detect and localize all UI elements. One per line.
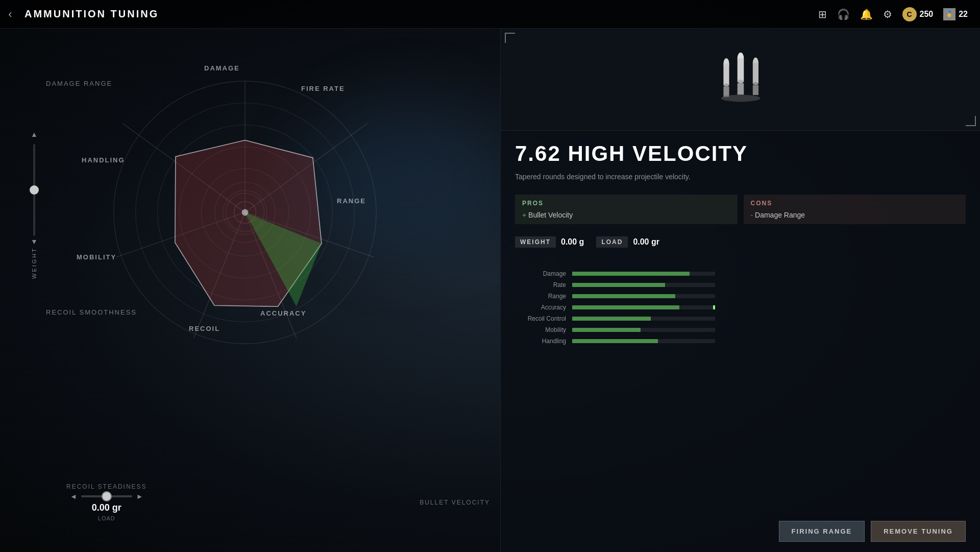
stat-name-1: Rate <box>515 281 566 289</box>
stat-name-5: Mobility <box>515 326 566 333</box>
load-item: LOAD 0.00 gr <box>596 236 659 248</box>
stat-row: Handling <box>515 338 966 345</box>
ammo-info: 7.62 HIGH VELOCITY Tapered rounds design… <box>501 131 980 270</box>
stat-bar-bg-2 <box>572 294 715 298</box>
recoil-label: RECOIL <box>189 325 220 332</box>
weight-item: WEIGHT 0.00 g <box>515 236 584 248</box>
weight-label: WEIGHT <box>515 236 556 248</box>
tuning-value: 0.00 gr <box>92 502 121 513</box>
left-arrow-icon[interactable]: ◄ <box>70 492 77 500</box>
pros-header: PROS <box>522 200 730 207</box>
stat-name-0: Damage <box>515 270 566 277</box>
stat-name-2: Range <box>515 293 566 300</box>
tuning-sublabel: LOAD <box>98 515 115 521</box>
currency-icon: C <box>902 7 917 21</box>
svg-rect-24 <box>737 58 744 82</box>
svg-point-21 <box>723 83 729 86</box>
svg-point-29 <box>752 82 758 85</box>
handling-label: HANDLING <box>82 156 125 164</box>
slider-thumb <box>30 185 39 195</box>
weight-slider[interactable]: ▲ ▼ WEIGHT <box>31 131 38 284</box>
svg-rect-20 <box>723 63 729 85</box>
weight-vertical-label: WEIGHT <box>31 247 37 279</box>
svg-point-25 <box>737 80 744 83</box>
ammo-desc: Tapered rounds designed to increase proj… <box>515 172 966 182</box>
remove-tuning-button[interactable]: REMOVE TUNING <box>871 521 966 542</box>
pros-box: PROS Bullet Velocity <box>515 195 738 224</box>
currency2-icon: 🏅 <box>943 8 955 20</box>
stat-bar-bg-1 <box>572 283 715 287</box>
h-slider-track <box>81 495 132 497</box>
stat-bar-bg-3 <box>572 305 715 309</box>
accuracy-label: ACCURACY <box>260 309 306 317</box>
recoil-steadiness-tuning: RECOIL STEADINESS ◄ ► 0.00 gr LOAD <box>66 483 147 521</box>
ammo-name: 7.62 HIGH VELOCITY <box>515 143 966 164</box>
stat-row: Recoil Control <box>515 315 966 322</box>
stat-name-3: Accuracy <box>515 304 566 311</box>
stat-name-4: Recoil Control <box>515 315 566 322</box>
currency-amount: 250 <box>920 10 934 19</box>
currency2-amount: 22 <box>959 10 968 19</box>
back-button[interactable]: ‹ <box>0 0 20 29</box>
topbar: ‹ AMMUNITION TUNING ⊞ 🎧 🔔 ⚙ C 250 🏅 22 <box>0 0 980 29</box>
cons-box: CONS Damage Range <box>744 195 966 224</box>
radar-svg <box>66 59 424 366</box>
page-title: AMMUNITION TUNING <box>24 8 159 20</box>
stat-bar-bg-5 <box>572 328 715 332</box>
ammo-image-area <box>501 29 980 131</box>
stat-row: Rate <box>515 281 966 289</box>
up-arrow-icon[interactable]: ▲ <box>31 131 38 138</box>
settings-icon[interactable]: ⚙ <box>883 8 892 20</box>
svg-point-31 <box>721 94 760 102</box>
firing-range-button[interactable]: FIRING RANGE <box>779 521 865 542</box>
corner-tl <box>505 33 515 43</box>
bullets-svg <box>705 51 776 108</box>
stat-bar-fill-1 <box>572 283 665 287</box>
slider-up-arrow[interactable]: ▲ <box>31 131 38 138</box>
down-arrow-icon[interactable]: ▼ <box>31 238 38 245</box>
recoil-slider[interactable]: ◄ ► <box>70 492 143 500</box>
right-arrow-icon[interactable]: ► <box>136 492 143 500</box>
stat-bar-fill-0 <box>572 272 690 276</box>
stat-bar-fill-5 <box>572 328 641 332</box>
stat-bar-bg-4 <box>572 317 715 321</box>
fire-rate-label: FIRE RATE <box>301 85 345 92</box>
weight-load-row: WEIGHT 0.00 g LOAD 0.00 gr <box>515 236 966 248</box>
bottom-buttons: FIRING RANGE REMOVE TUNING <box>779 521 966 542</box>
stat-row: Damage <box>515 270 966 277</box>
svg-point-15 <box>242 209 249 216</box>
main-content: DAMAGE RANGE RECOIL SMOOTHNESS ▲ ▼ WEIGH… <box>0 29 980 552</box>
cons-header: CONS <box>751 200 959 207</box>
svg-rect-26 <box>737 83 744 94</box>
recoil-steadiness-label: RECOIL STEADINESS <box>66 483 147 490</box>
mobility-label: MOBILITY <box>77 253 116 261</box>
stat-row: Accuracy <box>515 304 966 311</box>
cons-item-0: Damage Range <box>751 211 959 219</box>
pros-cons: PROS Bullet Velocity CONS Damage Range <box>515 195 966 224</box>
headset-icon[interactable]: 🎧 <box>837 8 850 20</box>
stats-section: Damage Rate Range Accuracy Recoil Contro… <box>501 270 980 345</box>
bell-icon[interactable]: 🔔 <box>860 8 873 20</box>
left-panel: DAMAGE RANGE RECOIL SMOOTHNESS ▲ ▼ WEIGH… <box>0 29 500 552</box>
damage-label: DAMAGE <box>204 64 240 72</box>
h-slider-thumb <box>102 491 112 501</box>
stat-row: Mobility <box>515 326 966 333</box>
stat-bar-fill-2 <box>572 294 675 298</box>
right-panel: 7.62 HIGH VELOCITY Tapered rounds design… <box>500 29 980 552</box>
corner-br <box>966 116 976 126</box>
weight-value: 0.00 g <box>561 237 584 247</box>
grid-icon[interactable]: ⊞ <box>818 8 827 20</box>
stat-bar-bg-0 <box>572 272 715 276</box>
slider-down-arrow[interactable]: ▼ <box>31 238 38 245</box>
currency-cod: C 250 <box>902 7 934 21</box>
currency-cp: 🏅 22 <box>943 8 968 20</box>
radar-chart: DAMAGE FIRE RATE RANGE ACCURACY RECOIL M… <box>66 59 424 366</box>
pros-item-0: Bullet Velocity <box>522 211 730 219</box>
bullet-velocity-tuning: BULLET VELOCITY <box>420 499 490 506</box>
stat-bar-bg-6 <box>572 339 715 343</box>
svg-rect-30 <box>752 85 758 95</box>
stat-row: Range <box>515 293 966 300</box>
stat-bar-fill-6 <box>572 339 658 343</box>
stat-name-6: Handling <box>515 338 566 345</box>
stat-bar-fill-4 <box>572 317 651 321</box>
